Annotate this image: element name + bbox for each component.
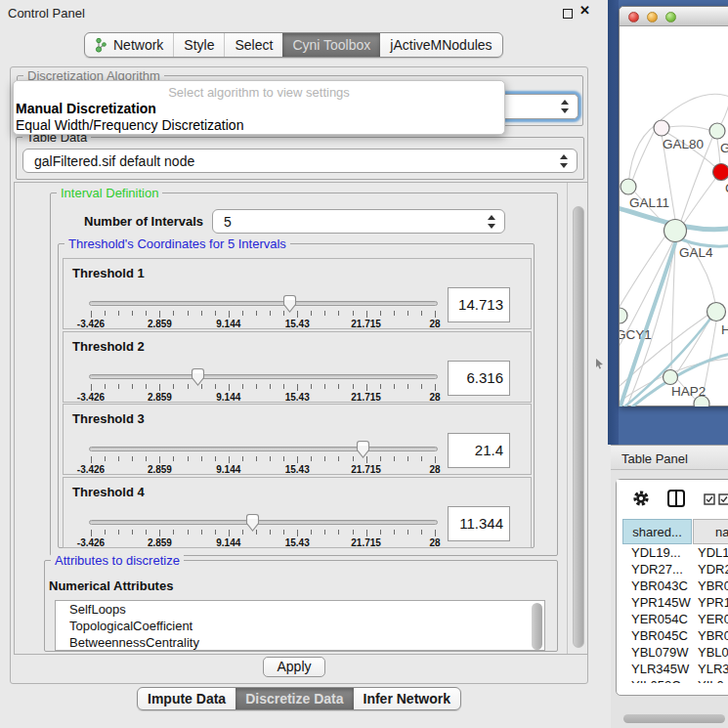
cell-shared-name[interactable]: YBL079W bbox=[622, 645, 692, 662]
desktop-edge bbox=[608, 0, 619, 445]
vertical-scrollbar-thumb[interactable] bbox=[573, 206, 584, 648]
combo-arrows-icon bbox=[560, 100, 569, 113]
horizontal-scrollbar-thumb[interactable] bbox=[623, 714, 725, 723]
cell-name[interactable]: YDL1 bbox=[692, 545, 728, 562]
network-node-label: GAL11 bbox=[629, 195, 669, 210]
column-header-name[interactable]: na bbox=[693, 519, 728, 544]
cell-name[interactable]: YBR0 bbox=[692, 628, 728, 645]
tab-style[interactable]: Style bbox=[173, 33, 224, 57]
network-view-window[interactable]: GAL80GCGAL11GAL4GCY1HHAP2 bbox=[619, 6, 728, 407]
cell-shared-name[interactable]: YBR045C bbox=[622, 628, 692, 645]
threshold-panel-2: Threshold 2-3.4262.8599.14415.4321.71528… bbox=[63, 331, 532, 403]
slider-track[interactable] bbox=[89, 374, 438, 379]
mouse-cursor bbox=[595, 356, 604, 373]
tab-infer-network[interactable]: Infer Network bbox=[354, 688, 460, 709]
table-data-select[interactable]: galFiltered.sif default node bbox=[22, 149, 578, 173]
slider-track[interactable] bbox=[89, 447, 438, 451]
network-node[interactable] bbox=[621, 179, 636, 194]
network-node[interactable] bbox=[664, 220, 687, 242]
apply-button[interactable]: Apply bbox=[263, 657, 325, 677]
cell-name[interactable]: YLR3 bbox=[692, 662, 728, 678]
cell-shared-name[interactable]: YLR345W bbox=[622, 662, 692, 678]
network-node[interactable] bbox=[707, 303, 726, 321]
slider-thumb[interactable] bbox=[244, 513, 261, 533]
table-row[interactable]: YDL19...YDL1 bbox=[622, 545, 728, 562]
network-edge[interactable] bbox=[620, 235, 666, 310]
numerical-attributes-list[interactable]: SelfLoopsTopologicalCoefficientBetweenne… bbox=[55, 600, 545, 651]
attribute-list-item[interactable]: TopologicalCoefficient bbox=[56, 618, 544, 634]
column-header-shared-name[interactable]: shared... bbox=[622, 519, 692, 544]
cell-shared-name[interactable]: YIL052C bbox=[622, 678, 692, 683]
network-node[interactable] bbox=[664, 370, 678, 385]
threshold-slider[interactable]: -3.4262.8599.14415.4321.71528 bbox=[89, 440, 438, 476]
vertical-scrollbar-track[interactable] bbox=[567, 183, 587, 654]
threshold-value-field[interactable]: 14.713 bbox=[448, 287, 510, 322]
cell-name[interactable]: YBR0 bbox=[692, 578, 728, 595]
slider-thumb[interactable] bbox=[190, 367, 206, 387]
list-scrollbar-thumb[interactable] bbox=[532, 603, 542, 650]
cell-shared-name[interactable]: YDR27... bbox=[622, 562, 692, 578]
threshold-slider[interactable]: -3.4262.8599.14415.4321.71528 bbox=[89, 294, 438, 330]
attribute-list-item[interactable]: SelfLoops bbox=[56, 601, 544, 618]
threshold-slider[interactable]: -3.4262.8599.14415.4321.71528 bbox=[89, 367, 438, 404]
slider-thumb[interactable] bbox=[355, 440, 371, 459]
network-edge[interactable] bbox=[632, 132, 654, 181]
slider-track[interactable] bbox=[89, 301, 438, 306]
number-of-intervals-select[interactable]: 5 bbox=[212, 209, 505, 234]
network-edge[interactable] bbox=[661, 94, 728, 120]
cell-name[interactable]: YPR1 bbox=[692, 595, 728, 612]
checkbox-icon[interactable] bbox=[718, 492, 728, 509]
cell-name[interactable]: YBL0 bbox=[692, 645, 728, 662]
network-edge[interactable] bbox=[684, 179, 715, 223]
dropdown-option-manual-discretization[interactable]: Manual Discretization bbox=[16, 101, 156, 116]
attribute-list-item[interactable]: BetweennessCentrality bbox=[56, 634, 544, 651]
table-row[interactable]: YDR27...YDR2 bbox=[622, 562, 728, 578]
tab-impute-data[interactable]: Impute Data bbox=[138, 688, 236, 709]
tab-cyni-toolbox[interactable]: Cyni Toolbox bbox=[282, 33, 380, 57]
dropdown-option-equal-width[interactable]: Equal Width/Frequency Discretization bbox=[16, 117, 243, 133]
cell-name[interactable]: YER0 bbox=[692, 612, 728, 628]
slider-thumb[interactable] bbox=[281, 294, 298, 314]
tab-jactivemnodules[interactable]: jActiveMNodules bbox=[380, 33, 501, 57]
cell-name[interactable]: YDR2 bbox=[692, 562, 728, 578]
columns-icon[interactable] bbox=[666, 489, 686, 512]
tab-select[interactable]: Select bbox=[224, 33, 282, 57]
table-row[interactable]: YBR043CYBR0 bbox=[622, 578, 728, 595]
tab-network[interactable]: Network bbox=[85, 33, 173, 57]
cell-shared-name[interactable]: YER054C bbox=[622, 612, 692, 628]
table-data-value: galFiltered.sif default node bbox=[34, 153, 194, 169]
table-row[interactable]: YBL079WYBL0 bbox=[622, 645, 728, 662]
network-node[interactable] bbox=[713, 164, 728, 181]
tab-discretize-data[interactable]: Discretize Data bbox=[236, 688, 353, 709]
table-row[interactable]: YPR145WYPR1 bbox=[622, 595, 728, 612]
cell-shared-name[interactable]: YBR043C bbox=[622, 578, 692, 595]
float-window-icon[interactable] bbox=[563, 9, 573, 19]
cell-shared-name[interactable]: YDL19... bbox=[622, 545, 692, 562]
network-window-titlebar[interactable] bbox=[620, 7, 728, 26]
threshold-value-field[interactable]: 6.316 bbox=[448, 361, 510, 396]
table-row[interactable]: YER054CYER0 bbox=[622, 612, 728, 628]
threshold-value-field[interactable]: 21.4 bbox=[448, 433, 510, 468]
cell-name[interactable]: YIL0 bbox=[692, 678, 728, 683]
slider-track[interactable] bbox=[89, 520, 438, 525]
network-node-label: G bbox=[720, 141, 728, 155]
network-canvas[interactable]: GAL80GCGAL11GAL4GCY1HHAP2 bbox=[620, 26, 728, 407]
table-row[interactable]: YIL052CYIL0 bbox=[622, 678, 728, 683]
network-edge[interactable] bbox=[668, 126, 709, 130]
minimize-traffic-light[interactable] bbox=[647, 12, 658, 22]
tab-network-label: Network bbox=[113, 37, 163, 53]
gear-icon[interactable] bbox=[632, 490, 650, 511]
network-node[interactable] bbox=[620, 308, 627, 323]
table-row[interactable]: YLR345WYLR3 bbox=[622, 662, 728, 678]
threshold-value-field[interactable]: 11.344 bbox=[448, 506, 510, 541]
network-node[interactable] bbox=[709, 123, 725, 139]
network-node[interactable] bbox=[654, 120, 669, 136]
close-traffic-light[interactable] bbox=[628, 12, 639, 22]
node-table[interactable]: shared... na YDL19...YDL1YDR27...YDR2YBR… bbox=[622, 519, 728, 683]
cell-shared-name[interactable]: YPR145W bbox=[622, 595, 692, 612]
checkbox-icon[interactable] bbox=[704, 492, 715, 509]
threshold-slider[interactable]: -3.4262.8599.14415.4321.71528 bbox=[89, 513, 438, 549]
close-icon[interactable]: ✕ bbox=[579, 3, 590, 18]
zoom-traffic-light[interactable] bbox=[665, 12, 676, 22]
table-row[interactable]: YBR045CYBR0 bbox=[622, 628, 728, 645]
